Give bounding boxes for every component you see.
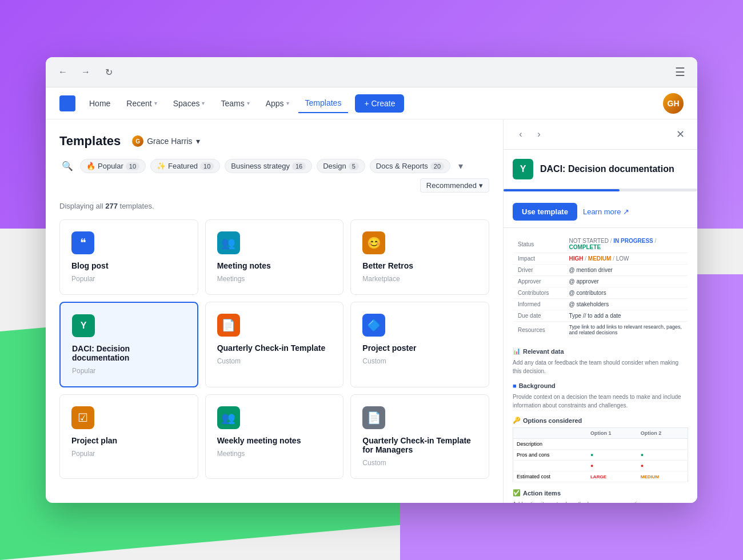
- filter-docs[interactable]: Docs & Reports 20: [370, 159, 450, 173]
- table-row-approver: Approver @ approver: [513, 276, 688, 287]
- template-card-better-retros[interactable]: 😊 Better Retros Marketplace: [350, 219, 489, 295]
- pros-dot-2: ●: [641, 452, 644, 458]
- options-row-pros-cons: Pros and cons ● ●: [513, 450, 688, 461]
- use-template-button[interactable]: Use template: [513, 203, 577, 221]
- app-navbar: Home Recent ▾ Spaces ▾ Teams ▾ Apps ▾ Te…: [46, 87, 697, 119]
- nav-recent[interactable]: Recent ▾: [119, 94, 163, 113]
- filter-design[interactable]: Design 5: [317, 159, 365, 173]
- impact-low: LOW: [616, 255, 629, 262]
- avatar-image: GH: [663, 93, 684, 114]
- quarterly-checkin-icon: 📄: [217, 314, 240, 337]
- detail-next-button[interactable]: ›: [531, 126, 547, 142]
- pros-dot-1: ●: [590, 452, 593, 458]
- project-plan-name: Project plan: [71, 436, 186, 445]
- quarterly-managers-icon: 📄: [362, 406, 385, 429]
- options-col-1: Option 1: [587, 428, 637, 439]
- preview-status-table: Status NOT STARTED / IN PROGRESS / COMPL…: [513, 235, 688, 338]
- cost-opt2: MEDIUM: [637, 471, 688, 482]
- nav-home[interactable]: Home: [82, 94, 117, 113]
- options-heading: 🔑 Options considered: [513, 417, 688, 424]
- fire-icon: 🔥: [86, 162, 95, 170]
- spaces-chevron: ▾: [202, 100, 205, 106]
- detail-prev-button[interactable]: ‹: [513, 126, 529, 142]
- template-card-weekly-meeting[interactable]: 👥 Weekly meeting notes Meetings: [205, 394, 344, 479]
- nav-teams[interactable]: Teams ▾: [214, 94, 256, 113]
- sort-dropdown[interactable]: Recommended ▾: [420, 178, 489, 193]
- detail-actions: Use template Learn more ↗: [504, 196, 697, 228]
- template-card-quarterly-managers[interactable]: 📄 Quarterly Check-in Template for Manage…: [350, 394, 489, 479]
- action-items-heading: ✅ Action items: [513, 489, 688, 497]
- create-button[interactable]: + Create: [355, 94, 404, 113]
- quarterly-managers-name: Quarterly Check-in Template for Managers: [362, 436, 477, 454]
- impact-label: Impact: [513, 253, 565, 265]
- table-row-informed: Informed @ stakeholders: [513, 299, 688, 310]
- template-card-quarterly-checkin[interactable]: 📄 Quarterly Check-in Template Custom: [205, 302, 344, 387]
- filter-featured[interactable]: ✨ Featured 10: [150, 159, 220, 173]
- template-card-blog-post[interactable]: ❝ Blog post Popular: [59, 219, 198, 295]
- sort-chevron: ▾: [479, 181, 483, 190]
- project-plan-tag: Popular: [71, 450, 186, 458]
- refresh-button[interactable]: ↻: [101, 64, 117, 80]
- driver-value: @ mention driver: [565, 265, 688, 276]
- informed-value: @ stakeholders: [565, 299, 688, 310]
- star-icon: ✨: [157, 162, 166, 170]
- background-text: Provide context on a decision the team n…: [513, 393, 688, 410]
- cost-opt1: LARGE: [587, 471, 637, 482]
- driver-label: Driver: [513, 265, 565, 276]
- detail-panel-header: ‹ › ✕: [504, 119, 697, 150]
- main-content: Templates G Grace Harris ▾ 🔍 🔥 Popular 1…: [46, 119, 697, 503]
- more-filters-button[interactable]: ▾: [455, 158, 466, 174]
- nav-templates[interactable]: Templates: [298, 94, 349, 113]
- user-avatar-small: G: [132, 135, 143, 147]
- pros-opt2: ●: [637, 450, 688, 461]
- filter-featured-label: Featured: [168, 162, 198, 170]
- back-button[interactable]: ←: [55, 64, 71, 80]
- detail-close-button[interactable]: ✕: [672, 126, 688, 142]
- avatar[interactable]: GH: [663, 93, 684, 114]
- popular-count: 10: [126, 162, 139, 170]
- daci-name: DACI: Decision documentation: [72, 344, 186, 362]
- blog-post-tag: Popular: [71, 275, 186, 283]
- page-title: Templates: [59, 134, 121, 149]
- description-opt1: [587, 439, 637, 450]
- template-card-project-poster[interactable]: 🔷 Project poster Custom: [350, 302, 489, 387]
- table-row-duedate: Due date Type // to add a date: [513, 310, 688, 322]
- options-col-label: [513, 428, 587, 439]
- user-name: Grace Harris: [147, 137, 192, 146]
- template-card-meeting-notes[interactable]: 👥 Meeting notes Meetings: [205, 219, 344, 295]
- recent-chevron: ▾: [154, 100, 157, 106]
- browser-menu-button[interactable]: ☰: [672, 64, 688, 80]
- options-header-row: Option 1 Option 2: [513, 428, 688, 439]
- forward-button[interactable]: →: [78, 64, 94, 80]
- learn-more-button[interactable]: Learn more ↗: [583, 207, 629, 216]
- project-poster-tag: Custom: [362, 357, 477, 365]
- filter-popular-label: Popular: [98, 162, 123, 170]
- filter-popular[interactable]: 🔥 Popular 10: [80, 159, 146, 173]
- impact-high: HIGH: [569, 255, 584, 262]
- relevant-data-emoji: 📊: [513, 347, 521, 355]
- template-card-project-plan[interactable]: ☑ Project plan Popular: [59, 394, 198, 479]
- user-selector[interactable]: G Grace Harris ▾: [127, 133, 204, 149]
- detail-template-title: DACI: Decision documentation: [540, 164, 674, 174]
- pros-cons-label: Pros and cons: [513, 450, 587, 461]
- template-grid: ❝ Blog post Popular 👥 Meeting notes Meet…: [59, 219, 489, 479]
- daci-icon: Y: [72, 314, 95, 337]
- duedate-value: Type // to add a date: [565, 310, 688, 322]
- status-not-started: NOT STARTED: [569, 238, 609, 244]
- nav-apps[interactable]: Apps ▾: [259, 94, 296, 113]
- template-card-daci[interactable]: Y DACI: Decision documentation Popular: [59, 302, 198, 387]
- project-poster-name: Project poster: [362, 343, 477, 353]
- better-retros-name: Better Retros: [362, 261, 477, 270]
- search-button[interactable]: 🔍: [59, 158, 75, 174]
- status-complete: COMPLETE: [569, 244, 601, 250]
- filter-business[interactable]: Business strategy 16: [225, 159, 312, 173]
- nav-spaces[interactable]: Spaces ▾: [166, 94, 212, 113]
- meeting-notes-icon: 👥: [217, 231, 240, 254]
- loading-progress: [504, 189, 697, 191]
- table-row-impact: Impact HIGH / MEDIUM / LOW: [513, 253, 688, 265]
- browser-window: ← → ↻ ☰ Home Recent ▾ Spaces ▾ Teams ▾: [46, 57, 697, 503]
- quarterly-checkin-name: Quarterly Check-in Template: [217, 343, 332, 353]
- relevant-data-heading: 📊 Relevant data: [513, 347, 688, 355]
- options-table: Option 1 Option 2 Description Pros and c…: [513, 427, 688, 482]
- detail-preview: Status NOT STARTED / IN PROGRESS / COMPL…: [504, 228, 697, 503]
